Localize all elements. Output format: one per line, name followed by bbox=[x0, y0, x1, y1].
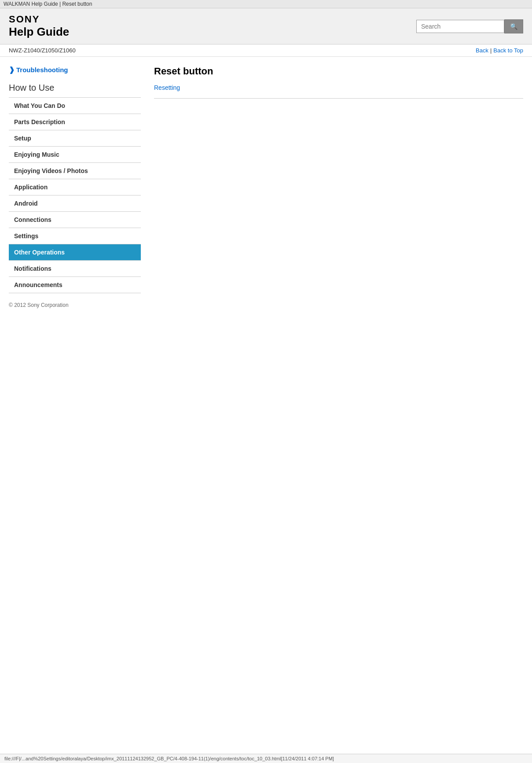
nav-bar: NWZ-Z1040/Z1050/Z1060 Back | Back to Top bbox=[0, 44, 532, 57]
sidebar-item-label[interactable]: What You Can Do bbox=[9, 98, 141, 114]
sidebar-item-connections[interactable]: Connections bbox=[9, 212, 141, 228]
model-number: NWZ-Z1040/Z1050/Z1060 bbox=[9, 47, 76, 54]
sidebar-item-label[interactable]: Parts Description bbox=[9, 114, 141, 130]
back-to-top-link[interactable]: Back to Top bbox=[493, 47, 523, 54]
sidebar-item-setup[interactable]: Setup bbox=[9, 130, 141, 147]
sidebar-item-enjoying-music[interactable]: Enjoying Music bbox=[9, 147, 141, 163]
sidebar-item-android[interactable]: Android bbox=[9, 195, 141, 212]
sidebar-item-settings[interactable]: Settings bbox=[9, 228, 141, 244]
resetting-link[interactable]: Resetting bbox=[154, 84, 180, 91]
browser-title-bar: WALKMAN Help Guide | Reset button bbox=[0, 0, 532, 8]
sidebar-item-label[interactable]: Settings bbox=[9, 228, 141, 244]
sidebar-item-label[interactable]: Announcements bbox=[9, 277, 141, 293]
header-left: SONY Help Guide bbox=[9, 14, 69, 39]
sidebar-item-announcements[interactable]: Announcements bbox=[9, 277, 141, 293]
content-divider bbox=[154, 98, 523, 99]
sidebar-item-label[interactable]: Application bbox=[9, 179, 141, 195]
sidebar-item-label[interactable]: Enjoying Videos / Photos bbox=[9, 163, 141, 179]
sony-logo: SONY bbox=[9, 14, 69, 25]
help-guide-title: Help Guide bbox=[9, 25, 69, 39]
browser-title: WALKMAN Help Guide | Reset button bbox=[4, 1, 92, 7]
copyright-text: © 2012 Sony Corporation bbox=[9, 302, 141, 308]
sidebar-item-what-you-can-do[interactable]: What You Can Do bbox=[9, 98, 141, 114]
troubleshooting-link[interactable]: ❱ Troubleshooting bbox=[9, 66, 141, 74]
search-button[interactable]: 🔍 bbox=[504, 19, 523, 33]
search-bar: 🔍 bbox=[416, 19, 523, 33]
sidebar-item-enjoying-videos-photos[interactable]: Enjoying Videos / Photos bbox=[9, 163, 141, 179]
main-layout: ❱ Troubleshooting How to Use What You Ca… bbox=[0, 57, 532, 321]
search-input[interactable] bbox=[416, 20, 504, 33]
site-header: SONY Help Guide 🔍 bbox=[0, 8, 532, 44]
sidebar-item-parts-description[interactable]: Parts Description bbox=[9, 114, 141, 130]
sidebar: ❱ Troubleshooting How to Use What You Ca… bbox=[9, 66, 141, 312]
content-area: Reset button Resetting bbox=[154, 66, 523, 312]
nav-links: Back | Back to Top bbox=[476, 47, 523, 54]
sidebar-item-other-operations[interactable]: Other Operations bbox=[9, 244, 141, 261]
back-link[interactable]: Back bbox=[476, 47, 488, 54]
nav-separator: | bbox=[490, 47, 492, 54]
sidebar-item-label[interactable]: Android bbox=[9, 195, 141, 211]
sidebar-item-notifications[interactable]: Notifications bbox=[9, 261, 141, 277]
sidebar-item-label: Other Operations bbox=[9, 244, 141, 260]
sidebar-item-label[interactable]: Connections bbox=[9, 212, 141, 228]
sidebar-item-application[interactable]: Application bbox=[9, 179, 141, 195]
sidebar-menu: What You Can Do Parts Description Setup … bbox=[9, 97, 141, 293]
page-title: Reset button bbox=[154, 66, 523, 77]
how-to-use-heading: How to Use bbox=[9, 83, 141, 93]
sidebar-item-label[interactable]: Enjoying Music bbox=[9, 147, 141, 162]
sidebar-item-label[interactable]: Notifications bbox=[9, 261, 141, 276]
troubleshooting-label: Troubleshooting bbox=[16, 66, 68, 74]
chevron-right-icon: ❱ bbox=[9, 66, 15, 74]
sidebar-item-label[interactable]: Setup bbox=[9, 130, 141, 146]
